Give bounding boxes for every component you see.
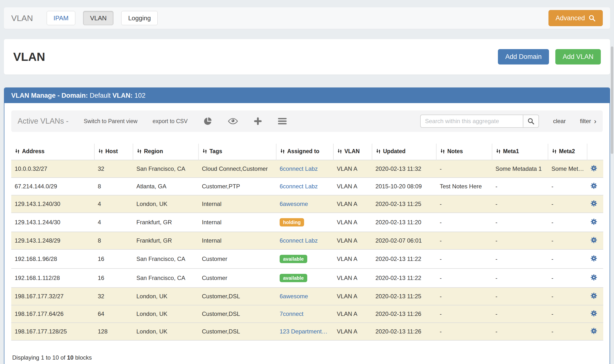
nav-tab-vlan[interactable]: VLAN <box>83 11 113 25</box>
sort-icon <box>137 149 142 155</box>
cell-assigned-to: 6connect Labz <box>276 160 334 178</box>
column-header-vlan[interactable]: VLAN <box>334 144 372 160</box>
cell-host: 32 <box>94 287 133 305</box>
assigned-to-value[interactable]: 6awesome <box>280 293 308 299</box>
cell-meta1: - <box>492 213 548 232</box>
nav-tab-ipam[interactable]: IPAM <box>47 11 76 25</box>
vlan-manage-panel: VLAN Manage - Domain: Default VLAN: 102 … <box>4 88 610 364</box>
column-header-assigned-to[interactable]: Assigned to <box>276 144 334 160</box>
assigned-to-value: available <box>280 255 307 263</box>
sort-icon <box>280 149 285 155</box>
table-row: 129.143.1.248/29 8 Frankfurt, GR Interna… <box>11 232 603 249</box>
cell-region: London, UK <box>133 323 199 340</box>
cell-tags: Internal <box>199 232 276 249</box>
column-header-region[interactable]: Region <box>133 144 199 160</box>
panel-header: VLAN Manage - Domain: Default VLAN: 102 <box>4 88 610 103</box>
cell-meta2: - <box>548 323 587 340</box>
app-brand: VLAN <box>11 13 33 23</box>
cell-notes: - <box>436 160 492 178</box>
switch-to-parent-view-link[interactable]: Switch to Parent view <box>84 118 137 125</box>
gear-icon[interactable] <box>590 200 597 208</box>
gear-icon[interactable] <box>590 255 597 263</box>
gear-icon[interactable] <box>590 292 597 300</box>
gear-icon[interactable] <box>590 182 597 191</box>
cell-meta1: - <box>492 305 548 323</box>
cell-tags: Customer,PTP <box>199 178 276 195</box>
cell-host: 4 <box>94 195 133 213</box>
cell-assigned-to: 6awesome <box>276 287 334 305</box>
gear-icon[interactable] <box>590 310 597 318</box>
column-header-tags[interactable]: Tags <box>199 144 276 160</box>
gear-icon[interactable] <box>590 328 597 336</box>
cell-updated: 2020-02-13 11:25 <box>372 195 436 213</box>
cell-region: Frankfurt, GR <box>133 213 199 232</box>
add-domain-button[interactable]: Add Domain <box>498 49 549 65</box>
vlan-table-header: Address Host Region Tags Assigned to VLA… <box>11 144 603 160</box>
plus-icon[interactable] <box>254 117 262 125</box>
sort-icon <box>552 149 557 155</box>
cell-meta1: Some Metadata 1 <box>492 160 548 178</box>
cell-address: 129.143.1.244/30 <box>11 213 94 232</box>
assigned-to-value[interactable]: 7connect <box>280 311 303 317</box>
cell-updated: 2020-02-13 11:22 <box>372 269 436 287</box>
cell-actions <box>587 232 603 249</box>
assigned-to-value[interactable]: 6connect Labz <box>280 237 318 244</box>
advanced-search-button[interactable]: Advanced <box>548 10 603 26</box>
gear-icon[interactable] <box>590 274 597 282</box>
gear-icon[interactable] <box>590 165 597 173</box>
export-to-csv-link[interactable]: export to CSV <box>153 118 187 125</box>
cell-address: 10.0.0.32/27 <box>11 160 94 178</box>
cell-host: 4 <box>94 213 133 232</box>
add-vlan-button[interactable]: Add VLAN <box>555 49 601 65</box>
panel-header-vlan-value: 102 <box>133 92 146 99</box>
assigned-to-value[interactable]: 6awesome <box>280 201 308 207</box>
assigned-to-value[interactable]: 6connect Labz <box>280 183 318 190</box>
cell-notes: - <box>436 213 492 232</box>
cell-address: 67.214.144.0/29 <box>11 178 94 195</box>
column-label: Region <box>144 148 163 154</box>
table-row: 192.168.1.112/28 16 San Francisco, CA Cu… <box>11 269 603 287</box>
cell-vlan: VLAN A <box>334 287 372 305</box>
cell-region: San Francisco, CA <box>133 249 199 269</box>
cell-updated: 2020-02-07 06:01 <box>372 232 436 249</box>
pie-chart-icon[interactable] <box>203 117 212 126</box>
menu-icon[interactable] <box>278 117 287 125</box>
assigned-to-value[interactable]: 6connect Labz <box>280 165 318 172</box>
gear-icon[interactable] <box>590 237 597 245</box>
column-header-meta2[interactable]: Meta2 <box>548 144 587 160</box>
cell-region: San Francisco, CA <box>133 269 199 287</box>
filter-link[interactable]: filter › <box>580 117 596 125</box>
cell-meta1: - <box>492 249 548 269</box>
cell-vlan: VLAN A <box>334 160 372 178</box>
page-header: VLAN Add Domain Add VLAN <box>4 39 610 75</box>
cell-actions <box>587 323 603 340</box>
search-button[interactable] <box>523 115 539 128</box>
cell-address: 129.143.1.248/29 <box>11 232 94 249</box>
cell-meta2: - <box>548 178 587 195</box>
clear-link[interactable]: clear <box>553 118 566 125</box>
column-label: Notes <box>447 148 463 154</box>
column-header-actions <box>587 144 603 160</box>
gear-icon[interactable] <box>590 218 597 226</box>
nav-tab-logging[interactable]: Logging <box>121 11 158 25</box>
column-header-updated[interactable]: Updated <box>372 144 436 160</box>
column-header-address[interactable]: Address <box>11 144 94 160</box>
sort-icon <box>15 149 20 155</box>
column-label: Tags <box>210 148 222 154</box>
column-header-host[interactable]: Host <box>94 144 133 160</box>
cell-tags: Customer <box>199 249 276 269</box>
search-input[interactable] <box>420 115 523 128</box>
column-label: Meta1 <box>503 148 519 154</box>
cell-tags: Customer,DSL <box>199 287 276 305</box>
column-header-notes[interactable]: Notes <box>436 144 492 160</box>
table-row: 198.167.177.128/25 128 London, UK Custom… <box>11 323 603 340</box>
column-header-meta1[interactable]: Meta1 <box>492 144 548 160</box>
footer-prefix: Displaying 1 to 10 of <box>12 354 67 361</box>
assigned-to-value[interactable]: 123 Department… <box>280 328 328 335</box>
cell-actions <box>587 178 603 195</box>
page-scrollbar[interactable] <box>611 46 613 154</box>
column-label: Host <box>105 148 118 154</box>
cell-updated: 2020-02-13 11:26 <box>372 323 436 340</box>
table-row: 129.143.1.244/30 4 Frankfurt, GR Interna… <box>11 213 603 232</box>
eye-icon[interactable] <box>228 118 238 125</box>
